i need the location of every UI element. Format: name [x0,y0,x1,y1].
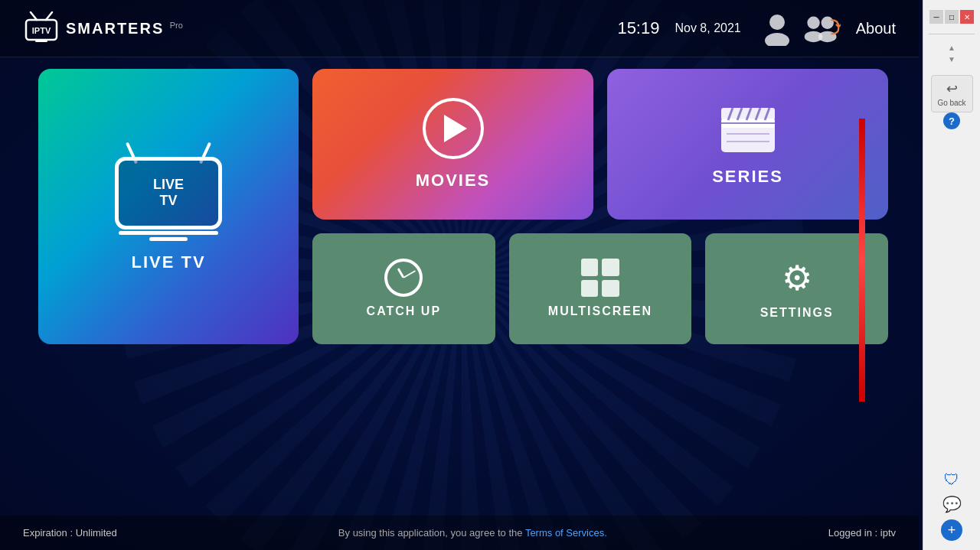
grid-cell-3 [581,280,599,298]
switch-user-icon[interactable] [802,11,841,46]
svg-point-6 [765,33,789,46]
close-button[interactable]: ✕ [960,10,974,24]
svg-rect-3 [35,40,47,42]
maximize-button[interactable]: □ [945,10,959,24]
scroll-down-arrow[interactable]: ▼ [948,55,956,63]
logo-text: SMARTERS Pro [66,20,183,37]
svg-point-10 [818,31,837,42]
grid-cell-1 [581,259,599,276]
footer-logged-in: Logged in : iptv [828,527,896,539]
bottom-cards-row: CATCH UP MULTISCREEN ⚙ SETTINGS [312,233,888,345]
multiscreen-label: MULTISCREEN [548,304,652,318]
series-card[interactable]: SERIES [607,69,888,220]
series-label: SERIES [712,167,783,187]
shield-icon: 🛡 [944,471,959,489]
chat-icon[interactable]: 💬 [942,495,962,513]
logo-tv-icon: IPTV [23,11,60,46]
footer-terms-link[interactable]: Terms of Services. [525,527,607,539]
grid-cell-2 [602,259,619,276]
svg-line-0 [31,12,37,20]
header-time: 15:19 [617,18,659,38]
play-triangle-icon [444,115,467,142]
gear-icon: ⚙ [782,258,812,298]
logo-smarters-text: SMARTERS [66,20,164,37]
live-tv-line1: LIVE [153,177,184,193]
live-tv-label: LIVE TV [131,252,205,272]
header-date: Nov 8, 2021 [675,21,740,35]
sidebar-divider-1 [929,34,975,34]
footer-expiry: Expiration : Unlimited [23,527,117,539]
grid-cell-4 [602,280,619,298]
go-back-button[interactable]: ↩ Go back [931,75,973,112]
go-back-icon: ↩ [946,80,958,97]
scroll-up-arrow[interactable]: ▲ [948,44,956,52]
svg-point-7 [807,16,819,28]
logo-pro-text: Pro [170,21,183,30]
live-tv-card[interactable]: LIVE TV LIVE TV [38,69,299,344]
app-footer: Expiration : Unlimited By using this app… [0,516,919,550]
clock-icon [384,259,423,297]
movies-label: MOVIES [416,171,491,190]
movies-card[interactable]: MOVIES [312,69,593,220]
catchup-label: CATCH UP [367,304,441,318]
main-card-grid: LIVE TV LIVE TV MOVIES [38,69,888,344]
go-back-label: Go back [937,99,965,107]
right-sidebar: ─ □ ✕ ▲ ▼ ↩ Go back ? 🛡 💬 + [923,0,980,550]
minimize-button[interactable]: ─ [929,10,943,24]
svg-point-5 [769,15,785,30]
live-tv-line2: TV [153,193,184,209]
footer-terms-text: By using this application, you agree to … [338,527,525,539]
app-header: IPTV SMARTERS Pro 15:19 Nov 8, 2021 Abo [0,0,919,57]
play-circle-icon [423,98,484,159]
about-button[interactable]: About [856,20,896,37]
settings-label: SETTINGS [760,306,834,320]
svg-line-1 [46,12,52,20]
plus-button[interactable]: + [941,519,962,541]
svg-point-9 [821,16,833,28]
app-logo: IPTV SMARTERS Pro [23,11,183,46]
user-icon[interactable] [760,11,795,46]
svg-text:IPTV: IPTV [32,26,51,35]
clapperboard-icon [717,102,779,155]
clock-minute-hand [403,270,416,278]
footer-terms: By using this application, you agree to … [338,527,607,539]
multiscreen-card[interactable]: MULTISCREEN [509,233,692,345]
grid-icon [581,259,619,297]
catchup-card[interactable]: CATCH UP [312,233,495,345]
red-accent-bar [859,119,865,402]
help-button[interactable]: ? [943,112,960,129]
title-bar-buttons: ─ □ ✕ [929,10,974,24]
